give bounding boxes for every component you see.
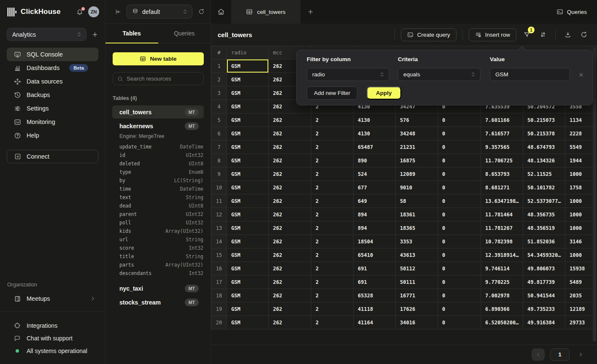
cell[interactable]: 11.781464 [481,208,523,221]
cell[interactable]: GSM [227,221,269,235]
cell[interactable]: GSM [227,235,269,248]
previous-page-button[interactable] [532,348,545,361]
cell[interactable]: 18361 [396,208,438,221]
cell[interactable]: 1944 [565,154,597,167]
cell[interactable]: 18365 [396,221,438,235]
cell[interactable]: GSM [227,194,269,208]
cell[interactable]: 51.852036 [523,235,565,248]
cell[interactable]: 2 [311,248,354,262]
sidebar-item-sql-console[interactable]: SQL Console [7,48,98,61]
cell[interactable]: 894 [354,208,396,221]
cell[interactable]: GSM [227,140,269,154]
cell[interactable]: 691 [354,262,396,275]
cell[interactable]: 0 [438,316,481,329]
cell[interactable]: GSM [227,59,269,73]
cell[interactable]: 0 [438,154,481,167]
cell[interactable]: 262 [269,140,311,154]
column-header-num[interactable]: # [211,46,227,59]
cell[interactable]: 1758 [565,181,597,194]
cell[interactable]: 49.916384 [523,316,565,329]
cell[interactable]: 65487 [354,140,396,154]
cell[interactable]: 2 [311,262,354,275]
cell[interactable]: 2 [311,127,354,140]
sidebar-item-settings[interactable]: Settings [7,102,98,115]
cell[interactable]: 6.890366 [481,302,523,316]
cell[interactable]: 41118 [354,302,396,316]
cell[interactable]: 262 [269,167,311,181]
cell[interactable]: 16875 [396,154,438,167]
sidebar-item-monitoring[interactable]: Monitoring [7,115,98,129]
cell[interactable]: 0 [438,194,481,208]
cell[interactable]: 48.356519 [523,221,565,235]
cell[interactable]: 11.706725 [481,154,523,167]
sidebar-item-integrations[interactable]: Integrations [7,319,98,332]
table-item-nyc-taxi[interactable]: nyc_taxi MT [112,282,204,295]
cell[interactable]: 1000 [565,221,597,235]
cell[interactable]: GSM [227,181,269,194]
filter-column-select[interactable]: radio [307,68,389,81]
insert-row-button[interactable]: Insert row [469,28,516,41]
cell[interactable]: 4130 [354,127,396,140]
cell[interactable]: 0 [438,248,481,262]
table-item-stocks-stream[interactable]: stocks_stream MT [112,296,204,309]
search-input[interactable] [127,75,199,82]
filter-button[interactable]: 1 [521,28,533,41]
cell[interactable]: GSM [227,154,269,167]
cell[interactable]: GSM [227,208,269,221]
cell[interactable]: 262 [269,154,311,167]
cell[interactable]: 11.781267 [481,221,523,235]
cell[interactable]: 21231 [396,140,438,154]
vertical-scrollbar[interactable] [593,47,596,342]
avatar[interactable]: ZN [88,6,99,17]
cell[interactable]: GSM [227,275,269,289]
cell[interactable]: 262 [269,289,311,302]
cell[interactable]: 10.782398 [481,235,523,248]
cell[interactable]: 12.3918914… [481,248,523,262]
cell[interactable]: 58 [396,194,438,208]
cell[interactable]: 2 [311,181,354,194]
sidebar-item-meetups[interactable]: Meetups [7,292,98,305]
notifications-button[interactable] [76,8,83,15]
cell[interactable]: 0 [438,167,481,181]
cell[interactable]: 262 [269,194,311,208]
cell[interactable]: 262 [269,275,311,289]
cell[interactable]: 1000 [565,194,597,208]
cell[interactable]: 677 [354,181,396,194]
cell[interactable]: 2 [311,113,354,127]
cell[interactable]: 29733 [565,316,597,329]
create-query-button[interactable]: Create query [401,28,457,41]
export-button[interactable] [562,28,574,41]
cell[interactable]: GSM [227,262,269,275]
cell[interactable]: 4130 [354,113,396,127]
remove-filter-button[interactable] [576,70,586,80]
cell[interactable]: 49.817739 [523,275,565,289]
cell[interactable]: 894 [354,221,396,235]
cell[interactable]: 48.674793 [523,140,565,154]
cell[interactable]: 0 [438,221,481,235]
page-number-button[interactable]: 1 [550,348,570,361]
cell[interactable]: 65328 [354,289,396,302]
cell[interactable]: 2 [311,167,354,181]
cell[interactable]: 262 [269,181,311,194]
cell[interactable]: 0 [438,181,481,194]
cell[interactable]: 262 [269,262,311,275]
add-workspace-button[interactable] [92,31,98,38]
cell[interactable]: 262 [269,221,311,235]
cell[interactable]: 9010 [396,181,438,194]
cell[interactable]: GSM [227,248,269,262]
cell[interactable]: 1134 [565,113,597,127]
column-header-radio[interactable]: radio [227,46,269,59]
cell[interactable]: 5549 [565,140,597,154]
cell[interactable]: 48.134326 [523,154,565,167]
cell[interactable]: GSM [227,302,269,316]
cell[interactable]: 0 [438,140,481,154]
cell[interactable]: 9.357565 [481,140,523,154]
cell[interactable]: 649 [354,194,396,208]
cell[interactable]: 7.601166 [481,113,523,127]
workspace-select[interactable]: Analytics [7,28,86,41]
next-page-button[interactable] [575,348,586,361]
cell[interactable]: GSM [227,289,269,302]
cell[interactable]: 50.941544 [523,289,565,302]
cell[interactable]: 34016 [396,316,438,329]
cell[interactable]: 13.6347198… [481,194,523,208]
